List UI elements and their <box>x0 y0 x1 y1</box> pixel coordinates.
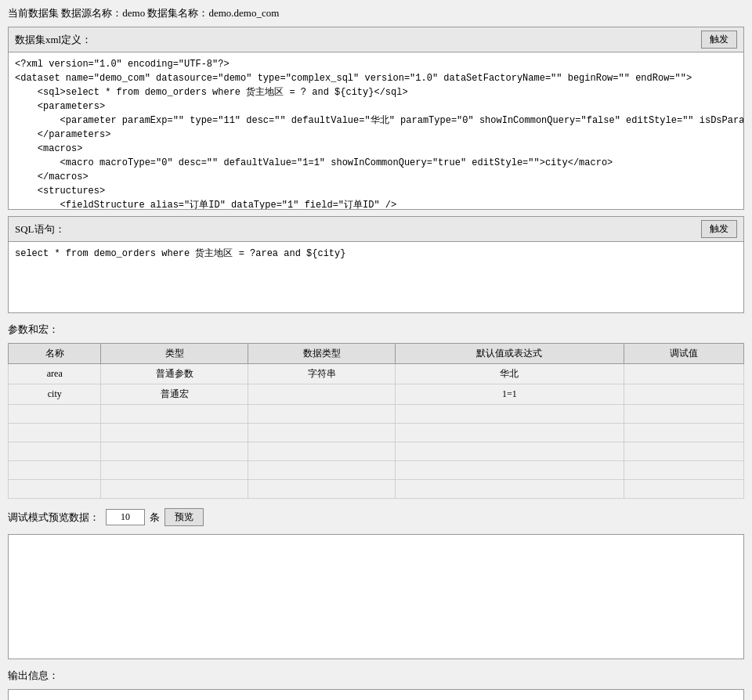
table-row: area 普通参数 字符串 华北 <box>9 364 744 384</box>
sql-section-title: SQL语句： <box>15 222 65 236</box>
sql-section-header: SQL语句： 触发 <box>9 217 743 242</box>
row-name: area <box>9 364 101 384</box>
row-datatype: 字符串 <box>248 364 396 384</box>
preview-area <box>8 534 744 659</box>
debug-row: 调试模式预览数据： 条 预览 <box>8 505 744 529</box>
col-datatype: 数据类型 <box>248 344 396 364</box>
col-type: 类型 <box>101 344 248 364</box>
debug-unit: 条 <box>150 511 160 525</box>
debug-count-input[interactable] <box>106 509 145 525</box>
col-name: 名称 <box>9 344 101 364</box>
col-default: 默认值或表达式 <box>396 344 624 364</box>
row-type: 普通宏 <box>101 384 248 405</box>
xml-trigger-button[interactable]: 触发 <box>701 31 737 49</box>
debug-section: 调试模式预览数据： 条 预览 <box>8 505 744 659</box>
xml-section-header: 数据集xml定义： 触发 <box>9 27 743 52</box>
col-debug: 调试值 <box>624 344 743 364</box>
params-section: 参数和宏： 名称 类型 数据类型 默认值或表达式 调试值 area 普通参数 字… <box>8 319 744 499</box>
table-row-empty-3 <box>9 442 744 461</box>
table-row-empty-5 <box>9 480 744 499</box>
params-header-row: 名称 类型 数据类型 默认值或表达式 调试值 <box>9 344 744 364</box>
row-datatype <box>248 384 396 405</box>
params-label: 参数和宏： <box>8 319 744 340</box>
row-default: 1=1 <box>396 384 624 405</box>
preview-button[interactable]: 预览 <box>164 508 204 526</box>
xml-content-area: <?xml version="1.0" encoding="UTF-8"?> <… <box>9 52 743 209</box>
params-table-body: area 普通参数 字符串 华北 city 普通宏 1=1 <box>9 364 744 499</box>
row-debug <box>624 364 743 384</box>
table-row-empty-1 <box>9 405 744 424</box>
table-row-empty-2 <box>9 424 744 442</box>
params-table: 名称 类型 数据类型 默认值或表达式 调试值 area 普通参数 字符串 华北 … <box>8 343 744 499</box>
output-label: 输出信息： <box>8 666 744 686</box>
params-table-head: 名称 类型 数据类型 默认值或表达式 调试值 <box>9 344 744 364</box>
sql-trigger-button[interactable]: 触发 <box>701 220 737 238</box>
row-default: 华北 <box>396 364 624 384</box>
xml-section: 数据集xml定义： 触发 <?xml version="1.0" encodin… <box>8 27 744 210</box>
xml-section-title: 数据集xml定义： <box>15 33 92 47</box>
row-type: 普通参数 <box>101 364 248 384</box>
debug-label: 调试模式预览数据： <box>8 511 99 525</box>
top-bar: 当前数据集 数据源名称：demo 数据集名称：demo.demo_com <box>8 6 744 20</box>
sql-section: SQL语句： 触发 select * from demo_orders wher… <box>8 216 744 313</box>
table-row-empty-4 <box>9 461 744 480</box>
row-debug <box>624 384 743 405</box>
output-section: 输出信息： <box>8 666 744 700</box>
row-name: city <box>9 384 101 405</box>
sql-content-area: select * from demo_orders where 货主地区 = ?… <box>9 242 743 312</box>
top-bar-text: 当前数据集 数据源名称：demo 数据集名称：demo.demo_com <box>8 7 279 19</box>
output-area <box>8 689 744 700</box>
table-row: city 普通宏 1=1 <box>9 384 744 405</box>
